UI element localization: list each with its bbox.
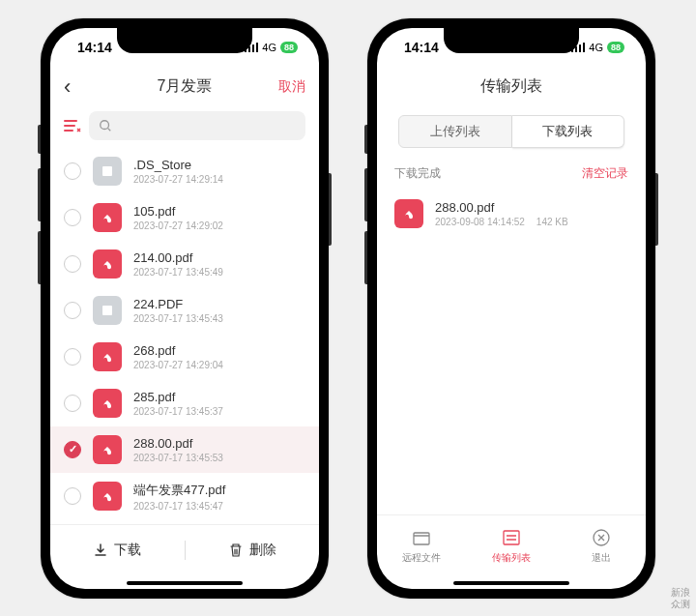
file-row[interactable]: 224.PDF2023-07-17 13:45:43: [50, 287, 319, 334]
trash-icon: [228, 543, 244, 558]
nav-transfer-list[interactable]: 传输列表: [467, 515, 557, 576]
select-radio[interactable]: [64, 255, 81, 273]
select-radio[interactable]: [64, 441, 81, 458]
file-row[interactable]: 105.pdf2023-07-27 14:29:02: [50, 194, 319, 241]
file-meta: 2023-09-08 14:14:52142 KB: [435, 217, 628, 227]
nav-exit[interactable]: 退出: [556, 515, 646, 576]
transfer-row[interactable]: 288.00.pdf2023-09-08 14:14:52142 KB: [377, 190, 646, 238]
watermark: 新浪 众测: [671, 587, 690, 610]
select-radio[interactable]: [64, 209, 81, 226]
download-icon: [93, 543, 108, 558]
pdf-icon: [93, 342, 122, 371]
pdf-icon: [394, 199, 423, 228]
folder-icon: [411, 527, 432, 548]
home-indicator[interactable]: [453, 581, 569, 585]
pdf-icon: [93, 249, 122, 279]
tab-download[interactable]: 下载列表: [512, 115, 625, 148]
file-date: 2023-07-17 13:45:37: [133, 406, 305, 417]
file-date: 2023-07-17 13:45:53: [133, 453, 305, 463]
action-bar: 下载 删除: [50, 524, 319, 576]
home-indicator[interactable]: [127, 581, 243, 585]
clear-history-button[interactable]: 清空记录: [582, 165, 628, 182]
network-label: 4G: [262, 42, 276, 53]
file-row[interactable]: .DS_Store2023-07-27 14:29:14: [50, 148, 319, 194]
select-radio[interactable]: [64, 162, 81, 180]
search-input[interactable]: [89, 111, 305, 140]
file-name: 268.pdf: [133, 343, 305, 358]
battery-icon: 88: [280, 42, 298, 53]
file-date: 2023-07-27 14:29:14: [133, 174, 305, 185]
file-date: 2023-07-17 13:45:49: [133, 267, 305, 278]
tab-bar: 上传列表 下载列表: [377, 107, 646, 156]
file-date: 2023-07-17 13:45:43: [133, 313, 305, 324]
delete-button[interactable]: 删除: [186, 542, 320, 559]
file-name: 214.00.pdf: [133, 250, 305, 265]
file-name: 285.pdf: [133, 390, 305, 404]
svg-rect-4: [504, 531, 519, 544]
search-icon: [99, 119, 112, 132]
nav-remote-files[interactable]: 远程文件: [377, 515, 467, 576]
file-row[interactable]: 285.pdf2023-07-17 13:45:37: [50, 380, 319, 426]
pdf-icon: [93, 435, 122, 464]
file-row[interactable]: 214.00.pdf2023-07-17 13:45:49: [50, 241, 319, 287]
svg-rect-2: [102, 306, 112, 315]
file-date: 2023-07-17 13:45:47: [133, 501, 305, 512]
pdf-icon: [93, 482, 122, 511]
network-label: 4G: [589, 42, 603, 53]
cancel-button[interactable]: 取消: [278, 78, 305, 96]
svg-rect-3: [414, 533, 429, 544]
download-button[interactable]: 下载: [50, 542, 185, 559]
nav-bar: ‹ 7月发票 取消: [50, 67, 319, 107]
file-name: 288.00.pdf: [133, 436, 305, 451]
file-name: .DS_Store: [133, 158, 305, 172]
phone-left: 14:14 4G 88 ‹ 7月发票 取消 .DS_Store2023-07-2…: [41, 18, 329, 599]
svg-rect-1: [102, 166, 112, 176]
nav-bar: 传输列表: [377, 67, 646, 107]
battery-icon: 88: [607, 42, 624, 53]
select-radio[interactable]: [64, 302, 81, 319]
file-date: 2023-07-27 14:29:02: [133, 220, 305, 231]
file-name: 224.PDF: [133, 297, 305, 311]
phone-right: 14:14 4G 88 传输列表 上传列表 下载列表 下载完成 清空记录 288…: [367, 18, 655, 599]
status-time: 14:14: [77, 40, 112, 55]
tab-upload[interactable]: 上传列表: [398, 115, 512, 148]
page-title: 传输列表: [480, 76, 542, 97]
pdf-icon: [93, 203, 122, 232]
close-circle-icon: [591, 527, 612, 548]
select-radio[interactable]: [64, 348, 81, 366]
back-button[interactable]: ‹: [64, 74, 71, 100]
section-title: 下载完成: [394, 165, 441, 182]
file-icon: [93, 157, 122, 186]
file-row[interactable]: 端午发票477.pdf2023-07-17 13:45:47: [50, 473, 319, 520]
file-row[interactable]: 288.00.pdf2023-07-17 13:45:53: [50, 426, 319, 473]
file-list: .DS_Store2023-07-27 14:29:14105.pdf2023-…: [50, 148, 319, 524]
file-icon: [93, 296, 122, 325]
filter-icon[interactable]: [64, 119, 81, 132]
file-name: 105.pdf: [133, 204, 305, 219]
svg-point-0: [101, 120, 109, 129]
file-date: 2023-07-27 14:29:04: [133, 360, 305, 370]
bottom-nav: 远程文件 传输列表 退出: [377, 514, 646, 576]
select-radio[interactable]: [64, 487, 81, 505]
file-row[interactable]: 268.pdf2023-07-27 14:29:04: [50, 334, 319, 380]
file-name: 端午发票477.pdf: [133, 482, 305, 499]
select-radio[interactable]: [64, 395, 81, 412]
file-name: 288.00.pdf: [435, 200, 628, 215]
transfer-list: 288.00.pdf2023-09-08 14:14:52142 KB: [377, 190, 646, 514]
list-icon: [501, 527, 522, 548]
pdf-icon: [93, 389, 122, 418]
page-title: 7月发票: [158, 76, 213, 97]
status-time: 14:14: [404, 40, 439, 55]
